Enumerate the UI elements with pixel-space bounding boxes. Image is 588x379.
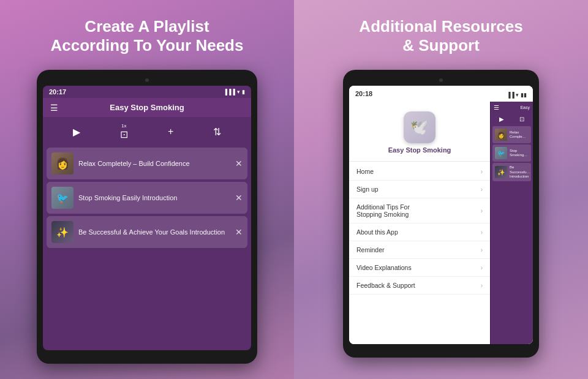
add-button[interactable]: +: [168, 126, 173, 137]
menu-item-signup[interactable]: Sign up ›: [349, 181, 490, 198]
menu-panel: 🕊️ Easy Stop Smoking Home › Sign up › Ad…: [349, 102, 490, 344]
hamburger-icon-strip: ☰: [494, 104, 499, 111]
menu-label-tips: Additional Tips ForStopping Smoking: [356, 203, 410, 218]
right-screen: 20:18 ▐▐ ▾ ▮▮ 🕊️ Easy Stop Smoking Home: [349, 86, 533, 344]
right-content: 🕊️ Easy Stop Smoking Home › Sign up › Ad…: [349, 102, 533, 344]
right-panel: Additional Resources& Support 20:18 ▐▐ ▾…: [294, 0, 588, 379]
side-strip-header: ☰ Easy: [491, 102, 533, 113]
list-item[interactable]: 👩 Relax Completely – Build Confidence ✕: [47, 148, 247, 179]
menu-label-video: Video Explanations: [356, 264, 412, 271]
app-header-left: ☰ Easy Stop Smoking: [43, 98, 251, 117]
sort-button[interactable]: ⇅: [213, 126, 221, 138]
chevron-icon-reminder: ›: [481, 247, 483, 253]
tablet-camera-right: [439, 78, 443, 82]
side-strip-controls: ▶ ⊡: [491, 113, 533, 125]
menu-item-feedback[interactable]: Feedback & Support ›: [349, 277, 490, 295]
track-title-1: Relax Completely – Build Confidence: [78, 159, 230, 168]
thumb-smoke-icon: 🐦: [56, 192, 69, 204]
app-logo-name: Easy Stop Smoking: [388, 146, 451, 154]
menu-item-video[interactable]: Video Explanations ›: [349, 259, 490, 277]
right-panel-title: Additional Resources& Support: [359, 17, 522, 55]
list-item[interactable]: 🐦 Stop Smoking Easily Introduction ✕: [47, 182, 247, 214]
signal-icon: ▐▐▐: [224, 89, 235, 95]
left-panel-title: Create A PlaylistAccording To Your Needs: [51, 17, 244, 55]
app-title-left: Easy Stop Smoking: [110, 103, 184, 112]
status-bar-left: 20:17 ▐▐▐ ▾ ▮: [43, 86, 251, 98]
left-device: 20:17 ▐▐▐ ▾ ▮ ☰ Easy Stop Smoking ▶ 1x ⊡: [37, 70, 257, 364]
track-thumb-3: ✨: [51, 221, 74, 243]
app-logo-area: 🕊️ Easy Stop Smoking: [349, 107, 490, 160]
menu-item-reminder[interactable]: Reminder ›: [349, 241, 490, 259]
track-thumb-1: 👩: [51, 152, 74, 174]
strip-thumb-3: ✨: [495, 166, 507, 178]
track-remove-2[interactable]: ✕: [235, 193, 243, 203]
chevron-icon-signup: ›: [481, 186, 483, 193]
strip-thumb-2: 🐦: [495, 147, 507, 159]
menu-item-about[interactable]: About this App ›: [349, 223, 490, 241]
repeat-label: 1x: [121, 123, 126, 129]
app-logo-icon: 🕊️: [404, 111, 435, 143]
left-panel: Create A PlaylistAccording To Your Needs…: [0, 0, 294, 379]
tablet-camera-left: [145, 78, 149, 82]
track-title-3: Be Successful & Achieve Your Goals Intro…: [78, 228, 230, 236]
chevron-icon-about: ›: [481, 229, 483, 236]
app-title-strip: Easy: [520, 105, 530, 110]
repeat-button[interactable]: 1x ⊡: [120, 123, 128, 140]
status-icons-left: ▐▐▐ ▾ ▮: [224, 89, 245, 95]
repeat-icon: ⊡: [120, 129, 128, 140]
chevron-icon-tips: ›: [481, 208, 483, 214]
track-list: 👩 Relax Completely – Build Confidence ✕ …: [43, 146, 251, 249]
left-screen: 20:17 ▐▐▐ ▾ ▮ ☰ Easy Stop Smoking ▶ 1x ⊡: [43, 86, 251, 350]
menu-label-home: Home: [356, 168, 374, 175]
status-bar-right: 20:18 ▐▐ ▾ ▮▮: [349, 86, 533, 102]
menu-item-home[interactable]: Home ›: [349, 163, 490, 181]
strip-thumb-1: 👩: [495, 129, 507, 141]
play-icon-strip: ▶: [499, 116, 504, 122]
side-strip-track-3: ✨ Be Successfu… Introduction: [492, 163, 531, 181]
menu-divider-top: [349, 161, 490, 162]
thumb-face-icon: 👩: [56, 157, 69, 170]
status-time-left: 20:17: [49, 88, 66, 96]
track-remove-1[interactable]: ✕: [235, 159, 243, 168]
track-title-2: Stop Smoking Easily Introduction: [78, 193, 230, 202]
chevron-icon-feedback: ›: [481, 282, 483, 289]
track-thumb-2: 🐦: [51, 187, 74, 209]
strip-text-1: Relax Comple…: [510, 130, 529, 139]
status-icons-right: ▐▐ ▾ ▮▮: [507, 88, 527, 99]
menu-label-reminder: Reminder: [356, 246, 385, 253]
status-time-right: 20:18: [355, 90, 372, 97]
side-strip: ☰ Easy ▶ ⊡ 👩 Relax Comple… 🐦 Stop Smokin…: [490, 102, 533, 344]
chevron-icon-video: ›: [481, 265, 483, 271]
strip-text-3: Be Successfu… Introduction: [510, 165, 530, 179]
repeat-icon-strip: ⊡: [519, 116, 524, 122]
track-remove-3[interactable]: ✕: [235, 227, 243, 237]
thumb-star-icon: ✨: [56, 227, 69, 238]
play-button[interactable]: ▶: [73, 126, 80, 138]
right-device: 20:18 ▐▐ ▾ ▮▮ 🕊️ Easy Stop Smoking Home: [343, 70, 539, 358]
menu-label-signup: Sign up: [356, 186, 379, 193]
list-item[interactable]: ✨ Be Successful & Achieve Your Goals Int…: [47, 216, 247, 248]
menu-item-tips[interactable]: Additional Tips ForStopping Smoking ›: [349, 198, 490, 223]
battery-icon: ▮: [242, 89, 245, 95]
controls-bar: ▶ 1x ⊡ + ⇅: [43, 117, 251, 146]
strip-text-2: Stop Smoking…: [510, 149, 529, 157]
wifi-icon: ▾: [237, 89, 240, 95]
side-strip-track-2: 🐦 Stop Smoking…: [492, 144, 531, 162]
signal-icon-right: ▐▐ ▾ ▮▮: [507, 92, 527, 98]
menu-label-feedback: Feedback & Support: [356, 282, 415, 289]
chevron-icon-home: ›: [481, 168, 483, 175]
menu-label-about: About this App: [356, 228, 398, 236]
hamburger-icon-left[interactable]: ☰: [50, 103, 58, 113]
side-strip-track-1: 👩 Relax Comple…: [492, 126, 531, 143]
